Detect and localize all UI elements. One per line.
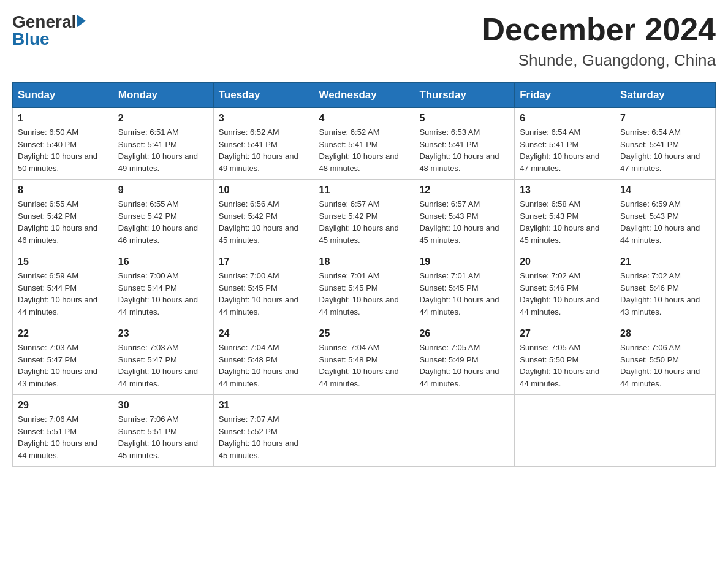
table-row (414, 395, 515, 467)
day-number: 22 (18, 328, 108, 339)
table-row: 19Sunrise: 7:01 AMSunset: 5:45 PMDayligh… (414, 251, 515, 323)
day-info: Sunrise: 6:51 AMSunset: 5:41 PMDaylight:… (118, 126, 208, 174)
table-row: 3Sunrise: 6:52 AMSunset: 5:41 PMDaylight… (213, 108, 314, 180)
table-row: 28Sunrise: 7:06 AMSunset: 5:50 PMDayligh… (615, 323, 716, 395)
day-number: 13 (520, 185, 610, 196)
day-number: 25 (319, 328, 409, 339)
table-row: 8Sunrise: 6:55 AMSunset: 5:42 PMDaylight… (13, 180, 113, 251)
table-row: 15Sunrise: 6:59 AMSunset: 5:44 PMDayligh… (13, 251, 113, 323)
weekday-header-saturday: Saturday (615, 83, 716, 108)
day-number: 30 (118, 400, 208, 411)
day-number: 27 (520, 328, 610, 339)
day-info: Sunrise: 7:07 AMSunset: 5:52 PMDaylight:… (219, 413, 309, 461)
day-number: 16 (118, 256, 208, 267)
page-header: General Blue December 2024 Shunde, Guang… (12, 12, 716, 70)
day-number: 2 (118, 113, 208, 124)
day-info: Sunrise: 7:01 AMSunset: 5:45 PMDaylight:… (319, 270, 409, 318)
table-row: 10Sunrise: 6:56 AMSunset: 5:42 PMDayligh… (213, 180, 314, 251)
day-number: 26 (419, 328, 509, 339)
day-number: 8 (18, 185, 108, 196)
day-info: Sunrise: 6:50 AMSunset: 5:40 PMDaylight:… (18, 126, 108, 174)
day-number: 18 (319, 256, 409, 267)
day-number: 24 (219, 328, 309, 339)
day-info: Sunrise: 6:59 AMSunset: 5:44 PMDaylight:… (18, 270, 108, 318)
day-info: Sunrise: 6:57 AMSunset: 5:42 PMDaylight:… (319, 198, 409, 246)
day-info: Sunrise: 7:06 AMSunset: 5:50 PMDaylight:… (620, 342, 710, 389)
calendar-header: SundayMondayTuesdayWednesdayThursdayFrid… (13, 83, 716, 108)
calendar-table: SundayMondayTuesdayWednesdayThursdayFrid… (12, 82, 716, 467)
calendar-title-area: December 2024 Shunde, Guangdong, China (482, 12, 716, 70)
day-info: Sunrise: 7:02 AMSunset: 5:46 PMDaylight:… (520, 270, 610, 318)
table-row: 27Sunrise: 7:05 AMSunset: 5:50 PMDayligh… (515, 323, 615, 395)
day-info: Sunrise: 6:54 AMSunset: 5:41 PMDaylight:… (620, 126, 710, 174)
table-row: 12Sunrise: 6:57 AMSunset: 5:43 PMDayligh… (414, 180, 515, 251)
day-number: 23 (118, 328, 208, 339)
day-info: Sunrise: 7:02 AMSunset: 5:46 PMDaylight:… (620, 270, 710, 318)
day-number: 17 (219, 256, 309, 267)
day-number: 4 (319, 113, 409, 124)
table-row: 24Sunrise: 7:04 AMSunset: 5:48 PMDayligh… (213, 323, 314, 395)
table-row: 25Sunrise: 7:04 AMSunset: 5:48 PMDayligh… (314, 323, 414, 395)
day-info: Sunrise: 7:00 AMSunset: 5:45 PMDaylight:… (219, 270, 309, 318)
table-row: 2Sunrise: 6:51 AMSunset: 5:41 PMDaylight… (113, 108, 213, 180)
week-row-1: 1Sunrise: 6:50 AMSunset: 5:40 PMDaylight… (13, 108, 716, 180)
weekday-row: SundayMondayTuesdayWednesdayThursdayFrid… (13, 83, 716, 108)
table-row: 30Sunrise: 7:06 AMSunset: 5:51 PMDayligh… (113, 395, 213, 467)
day-number: 1 (18, 113, 108, 124)
day-info: Sunrise: 7:04 AMSunset: 5:48 PMDaylight:… (219, 342, 309, 389)
day-number: 9 (118, 185, 208, 196)
week-row-5: 29Sunrise: 7:06 AMSunset: 5:51 PMDayligh… (13, 395, 716, 467)
day-number: 12 (419, 185, 509, 196)
table-row (314, 395, 414, 467)
day-info: Sunrise: 6:53 AMSunset: 5:41 PMDaylight:… (419, 126, 509, 174)
table-row: 17Sunrise: 7:00 AMSunset: 5:45 PMDayligh… (213, 251, 314, 323)
weekday-header-sunday: Sunday (13, 83, 113, 108)
table-row: 13Sunrise: 6:58 AMSunset: 5:43 PMDayligh… (515, 180, 615, 251)
table-row: 20Sunrise: 7:02 AMSunset: 5:46 PMDayligh… (515, 251, 615, 323)
day-info: Sunrise: 6:57 AMSunset: 5:43 PMDaylight:… (419, 198, 509, 246)
table-row: 11Sunrise: 6:57 AMSunset: 5:42 PMDayligh… (314, 180, 414, 251)
table-row (615, 395, 716, 467)
day-info: Sunrise: 6:58 AMSunset: 5:43 PMDaylight:… (520, 198, 610, 246)
table-row (515, 395, 615, 467)
week-row-3: 15Sunrise: 6:59 AMSunset: 5:44 PMDayligh… (13, 251, 716, 323)
day-info: Sunrise: 7:00 AMSunset: 5:44 PMDaylight:… (118, 270, 208, 318)
table-row: 26Sunrise: 7:05 AMSunset: 5:49 PMDayligh… (414, 323, 515, 395)
day-number: 21 (620, 256, 710, 267)
day-number: 5 (419, 113, 509, 124)
table-row: 21Sunrise: 7:02 AMSunset: 5:46 PMDayligh… (615, 251, 716, 323)
day-number: 3 (219, 113, 309, 124)
day-info: Sunrise: 7:05 AMSunset: 5:50 PMDaylight:… (520, 342, 610, 389)
day-info: Sunrise: 6:52 AMSunset: 5:41 PMDaylight:… (219, 126, 309, 174)
week-row-4: 22Sunrise: 7:03 AMSunset: 5:47 PMDayligh… (13, 323, 716, 395)
table-row: 5Sunrise: 6:53 AMSunset: 5:41 PMDaylight… (414, 108, 515, 180)
weekday-header-tuesday: Tuesday (213, 83, 314, 108)
table-row: 9Sunrise: 6:55 AMSunset: 5:42 PMDaylight… (113, 180, 213, 251)
day-info: Sunrise: 6:56 AMSunset: 5:42 PMDaylight:… (219, 198, 309, 246)
table-row: 31Sunrise: 7:07 AMSunset: 5:52 PMDayligh… (213, 395, 314, 467)
logo-arrow-icon (77, 15, 86, 27)
day-info: Sunrise: 7:06 AMSunset: 5:51 PMDaylight:… (118, 413, 208, 461)
day-number: 11 (319, 185, 409, 196)
table-row: 14Sunrise: 6:59 AMSunset: 5:43 PMDayligh… (615, 180, 716, 251)
logo: General Blue (12, 12, 86, 49)
weekday-header-friday: Friday (515, 83, 615, 108)
table-row: 23Sunrise: 7:03 AMSunset: 5:47 PMDayligh… (113, 323, 213, 395)
day-number: 20 (520, 256, 610, 267)
table-row: 18Sunrise: 7:01 AMSunset: 5:45 PMDayligh… (314, 251, 414, 323)
day-number: 29 (18, 400, 108, 411)
day-info: Sunrise: 7:03 AMSunset: 5:47 PMDaylight:… (118, 342, 208, 389)
day-info: Sunrise: 6:54 AMSunset: 5:41 PMDaylight:… (520, 126, 610, 174)
weekday-header-thursday: Thursday (414, 83, 515, 108)
day-info: Sunrise: 7:04 AMSunset: 5:48 PMDaylight:… (319, 342, 409, 389)
day-info: Sunrise: 6:55 AMSunset: 5:42 PMDaylight:… (18, 198, 108, 246)
day-number: 15 (18, 256, 108, 267)
day-info: Sunrise: 6:55 AMSunset: 5:42 PMDaylight:… (118, 198, 208, 246)
weekday-header-monday: Monday (113, 83, 213, 108)
day-info: Sunrise: 6:52 AMSunset: 5:41 PMDaylight:… (319, 126, 409, 174)
day-number: 6 (520, 113, 610, 124)
week-row-2: 8Sunrise: 6:55 AMSunset: 5:42 PMDaylight… (13, 180, 716, 251)
calendar-body: 1Sunrise: 6:50 AMSunset: 5:40 PMDaylight… (13, 108, 716, 467)
day-info: Sunrise: 7:05 AMSunset: 5:49 PMDaylight:… (419, 342, 509, 389)
calendar-subtitle: Shunde, Guangdong, China (482, 51, 716, 70)
